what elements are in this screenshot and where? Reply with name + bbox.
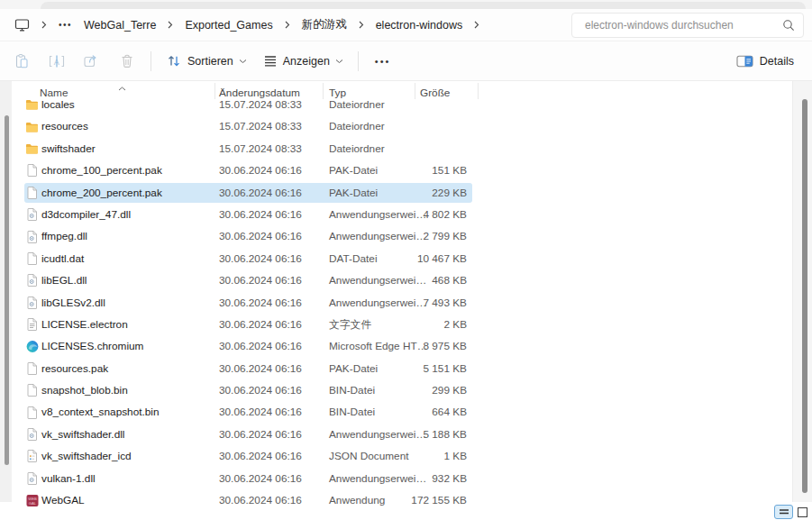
file-modified-date: 30.06.2024 06:16 <box>219 160 302 181</box>
file-size: 2 KB <box>379 314 467 335</box>
paste-button[interactable] <box>4 46 39 77</box>
search-box[interactable] <box>571 13 804 38</box>
vertical-scrollbar-track[interactable] <box>792 81 812 502</box>
breadcrumb-item[interactable]: WebGal_Terre <box>84 19 156 32</box>
file-type: Dateiordner <box>329 115 385 137</box>
file-name: libEGL.dll <box>41 269 87 291</box>
tab-strip <box>0 0 812 9</box>
rename-button[interactable]: A <box>39 46 74 77</box>
column-header-name[interactable]: Name <box>40 87 68 99</box>
column-divider[interactable] <box>323 83 324 99</box>
table-row[interactable]: chrome_200_percent.pak 30.06.2024 06:16 … <box>0 182 792 204</box>
file-size: 932 KB <box>379 468 467 489</box>
tab-remnant <box>41 2 806 9</box>
table-row[interactable]: WEBGAL WebGAL 30.06.2024 06:16 Anwendung… <box>0 489 792 511</box>
table-row[interactable]: chrome_100_percent.pak 30.06.2024 06:16 … <box>0 160 792 181</box>
file-size: 664 KB <box>379 401 467 423</box>
chevron-right-icon <box>359 21 364 29</box>
column-header-size[interactable]: Größe <box>420 87 450 99</box>
table-row[interactable]: vk_swiftshader.dll 30.06.2024 06:16 Anwe… <box>0 424 792 445</box>
breadcrumb-overflow-button[interactable]: ••• <box>59 20 72 30</box>
file-icon <box>25 384 39 397</box>
more-options-button[interactable]: ••• <box>365 46 401 77</box>
folder-icon <box>25 141 39 155</box>
table-row[interactable]: libEGL.dll 30.06.2024 06:16 Anwendungser… <box>0 269 792 291</box>
delete-button[interactable] <box>109 46 144 77</box>
vertical-scrollbar-thumb[interactable] <box>802 99 807 493</box>
file-name: v8_context_snapshot.bin <box>41 401 160 423</box>
file-icon <box>25 251 39 265</box>
table-row[interactable]: snapshot_blob.bin 30.06.2024 06:16 BIN-D… <box>0 379 792 401</box>
table-row[interactable]: swiftshader 15.07.2024 08:33 Dateiordner <box>0 138 792 160</box>
details-pane-button[interactable]: Details <box>731 46 799 77</box>
table-row[interactable]: v8_context_snapshot.bin 30.06.2024 06:16… <box>0 401 792 423</box>
file-type: Dateiordner <box>329 138 385 160</box>
file-modified-date: 30.06.2024 06:16 <box>219 269 302 291</box>
dll-icon <box>25 428 39 442</box>
chevron-down-icon <box>335 59 343 64</box>
table-row[interactable]: resources.pak 30.06.2024 06:16 PAK-Datei… <box>0 358 792 379</box>
file-icon <box>25 186 39 199</box>
table-row[interactable]: resources 15.07.2024 08:33 Dateiordner <box>0 115 792 137</box>
file-modified-date: 30.06.2024 06:16 <box>219 335 302 357</box>
table-row[interactable]: vk_swiftshader_icd 30.06.2024 06:16 JSON… <box>0 445 792 467</box>
table-row[interactable]: libGLESv2.dll 30.06.2024 06:16 Anwendung… <box>0 292 792 314</box>
file-type: 文字文件 <box>329 314 371 335</box>
large-icons-view-toggle-button[interactable] <box>797 506 808 518</box>
file-modified-date: 30.06.2024 06:16 <box>219 401 302 423</box>
search-input[interactable] <box>585 19 782 32</box>
table-row[interactable]: ffmpeg.dll 30.06.2024 06:16 Anwendungser… <box>0 225 792 247</box>
breadcrumb-item[interactable]: Exported_Games <box>185 19 272 32</box>
file-modified-date: 30.06.2024 06:16 <box>219 379 302 401</box>
column-divider[interactable] <box>214 83 215 99</box>
dll-icon <box>25 230 39 243</box>
view-button-label: Anzeigen <box>283 55 330 68</box>
dll-icon <box>25 471 39 485</box>
file-type: PAK-Datei <box>329 160 378 181</box>
rename-icon: A <box>48 54 66 68</box>
table-row[interactable]: icudtl.dat 30.06.2024 06:16 DAT-Datei 10… <box>0 248 792 269</box>
table-row[interactable]: LICENSE.electron 30.06.2024 06:16 文字文件 2… <box>0 314 792 335</box>
search-icon[interactable] <box>782 19 795 32</box>
sort-button[interactable]: Sortieren <box>158 46 255 77</box>
chevron-right-icon <box>285 21 290 29</box>
table-row[interactable]: d3dcompiler_47.dll 30.06.2024 06:16 Anwe… <box>0 204 792 225</box>
monitor-icon[interactable] <box>14 18 30 32</box>
chevron-down-icon <box>239 59 247 64</box>
file-size: 1 KB <box>379 445 467 467</box>
file-size: 2 799 KB <box>379 225 467 247</box>
column-header-type[interactable]: Typ <box>329 87 346 99</box>
table-row[interactable]: vulkan-1.dll 30.06.2024 06:16 Anwendungs… <box>0 468 792 489</box>
column-header-modified[interactable]: Änderungsdatum <box>219 87 300 99</box>
breadcrumb-item[interactable]: 新的游戏 <box>302 17 347 32</box>
column-divider[interactable] <box>415 83 415 99</box>
paste-icon <box>14 53 30 69</box>
json-icon <box>25 450 39 463</box>
file-modified-date: 30.06.2024 06:16 <box>219 424 302 445</box>
file-modified-date: 30.06.2024 06:16 <box>219 445 302 467</box>
delete-icon <box>120 53 134 68</box>
file-modified-date: 30.06.2024 06:16 <box>219 468 302 489</box>
file-type: BIN-Datei <box>329 401 375 423</box>
file-size: 468 KB <box>379 269 467 291</box>
sort-ascending-icon <box>118 78 126 95</box>
details-pane-label: Details <box>760 55 794 68</box>
file-modified-date: 30.06.2024 06:16 <box>219 358 302 379</box>
chevron-right-icon <box>168 21 173 29</box>
toolbar-divider <box>358 51 359 71</box>
file-size: 8 975 KB <box>379 335 467 357</box>
file-size: 4 802 KB <box>379 204 467 225</box>
breadcrumb-item[interactable]: electron-windows <box>376 19 463 32</box>
file-modified-date: 30.06.2024 06:16 <box>219 204 302 225</box>
breadcrumb: ••• WebGal_TerreExported_Games新的游戏electr… <box>14 17 479 32</box>
table-row[interactable]: LICENSES.chromium 30.06.2024 06:16 Micro… <box>0 335 792 357</box>
sort-icon <box>166 54 182 68</box>
file-explorer-window: ••• WebGal_TerreExported_Games新的游戏electr… <box>0 0 812 520</box>
view-button[interactable]: Anzeigen <box>255 46 351 77</box>
view-list-icon <box>263 55 278 68</box>
file-size: 229 KB <box>379 182 467 204</box>
column-header-row <box>13 81 792 100</box>
column-divider[interactable] <box>478 83 479 99</box>
share-button[interactable] <box>74 46 109 77</box>
svg-text:GAL: GAL <box>28 501 36 506</box>
